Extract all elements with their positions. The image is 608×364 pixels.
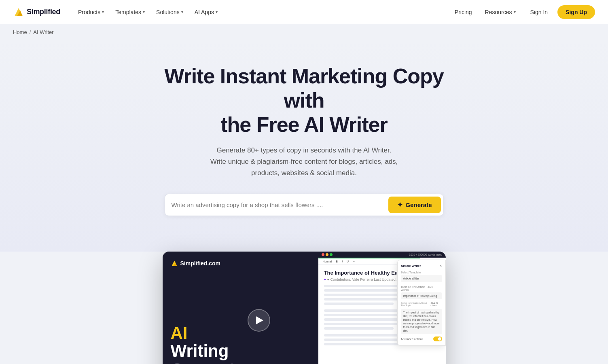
video-title-area: AI WritingGenerator <box>171 325 310 364</box>
hero-subtitle-line1: Generate 80+ types of copy in seconds wi… <box>216 146 391 154</box>
play-button[interactable] <box>248 309 270 332</box>
toolbar-close-dot <box>322 253 324 256</box>
nav-pricing-label: Pricing <box>455 9 472 15</box>
doc-line-5 <box>324 303 394 305</box>
panel-select-template-label: Select Template <box>401 271 442 274</box>
panel-topic-label: Topic Of The Article 4/20 Words <box>401 286 442 291</box>
panel-topic-input[interactable]: Importance of Healthy Eating <box>401 292 442 299</box>
doc-toolbar: 1635 / 250000 words used <box>318 252 446 258</box>
nav-templates[interactable]: Templates ▾ <box>110 6 150 19</box>
panel-title-row: Article Writer ✕ <box>401 264 442 268</box>
hero-subtitle-line3: products, websites & social media. <box>251 169 357 177</box>
nav-resources-label: Resources <box>485 9 512 15</box>
generate-icon: ✦ <box>397 201 403 209</box>
panel-info-label: Some Information About The Topic <box>401 302 431 307</box>
format-more: ··· <box>352 260 356 263</box>
simplified-logo-icon <box>13 6 24 18</box>
nav-solutions-label: Solutions <box>156 9 180 15</box>
nav-resources[interactable]: Resources ▾ <box>480 6 521 19</box>
format-normal[interactable]: Normal <box>322 260 333 263</box>
nav-products-label: Products <box>78 9 100 15</box>
products-chevron-icon: ▾ <box>102 10 104 14</box>
doc-line-10 <box>324 327 394 330</box>
hero-section: Write Instant Marketing Copy with the Fr… <box>0 40 608 252</box>
breadcrumb-current: AI Writer <box>33 29 53 35</box>
video-title-rest: WritingGenerator <box>171 342 310 364</box>
panel-template-select[interactable]: Article Writer <box>401 275 442 282</box>
ai-apps-chevron-icon: ▾ <box>216 10 218 14</box>
toolbar-minimize-dot <box>326 253 328 256</box>
templates-chevron-icon: ▾ <box>143 10 145 14</box>
panel-toggle[interactable] <box>433 336 442 341</box>
video-section: Simplified.com AI WritingGenerator <box>0 252 608 364</box>
hero-title: Write Instant Marketing Copy with the Fr… <box>142 64 466 137</box>
logo-link[interactable]: Simplified <box>13 6 60 18</box>
nav-templates-label: Templates <box>115 9 141 15</box>
generate-button[interactable]: ✦ Generate <box>388 197 441 213</box>
search-bar-wrapper: ✦ Generate <box>8 194 600 216</box>
logo-text: Simplified <box>27 8 60 16</box>
panel-topic-text: Importance of Healthy Eating <box>403 294 440 298</box>
panel-close-icon[interactable]: ✕ <box>439 264 442 268</box>
panel-advanced-label: Advanced options <box>401 338 424 341</box>
video-right: 1635 / 250000 words used Normal B I U ··… <box>318 252 446 364</box>
panel-title: Article Writer <box>401 264 421 268</box>
navbar: Simplified Products ▾ Templates ▾ Soluti… <box>0 0 608 24</box>
video-logo-icon <box>171 260 178 267</box>
panel-info-count: 29/240 chars <box>431 302 442 307</box>
format-bold[interactable]: B <box>335 260 339 263</box>
video-logo-text: Simplified.com <box>180 260 221 267</box>
panel-info-input[interactable]: The impact of having a healthy diet, the… <box>401 309 442 334</box>
nav-products[interactable]: Products ▾ <box>73 6 109 19</box>
play-triangle-icon <box>256 316 263 324</box>
search-input[interactable] <box>172 201 389 208</box>
panel-advanced-row: Advanced options <box>401 336 442 341</box>
hero-subtitle-line2: Write unique & plagiarism-free content f… <box>210 158 398 165</box>
toolbar-counter: 1635 / 250000 words used <box>409 253 443 256</box>
search-bar: ✦ Generate <box>165 194 444 216</box>
article-writer-panel: Article Writer ✕ Select Template Article… <box>397 260 446 346</box>
nav-pricing[interactable]: Pricing <box>450 6 477 19</box>
nav-solutions[interactable]: Solutions ▾ <box>151 6 188 19</box>
video-inner: Simplified.com AI WritingGenerator <box>163 252 446 364</box>
breadcrumb-home[interactable]: Home <box>13 29 27 35</box>
generate-label: Generate <box>405 201 432 208</box>
format-italic[interactable]: I <box>341 260 344 263</box>
breadcrumb-separator: / <box>30 29 31 35</box>
panel-template-value: Article Writer <box>403 277 419 280</box>
signup-button[interactable]: Sign Up <box>557 5 595 19</box>
panel-info-row: Some Information About The Topic 29/240 … <box>401 302 442 307</box>
panel-topic-count: 4/20 Words <box>401 286 433 291</box>
hero-title-line2: the Free AI Writer <box>220 113 388 136</box>
signin-link[interactable]: Sign In <box>524 6 555 19</box>
toolbar-maximize-dot <box>330 253 333 256</box>
video-logo-row: Simplified.com <box>171 260 221 267</box>
video-left: Simplified.com AI WritingGenerator <box>163 252 318 364</box>
video-title-ai: AI <box>171 325 310 342</box>
solutions-chevron-icon: ▾ <box>181 10 183 14</box>
nav-ai-apps-label: AI Apps <box>195 9 214 15</box>
nav-right: Pricing Resources ▾ Sign In Sign Up <box>450 5 595 19</box>
nav-links: Products ▾ Templates ▾ Solutions ▾ AI Ap… <box>73 6 450 19</box>
breadcrumb: Home / AI Writer <box>0 24 608 40</box>
video-container: Simplified.com AI WritingGenerator <box>163 252 446 364</box>
panel-info-text: The impact of having a healthy diet, the… <box>403 311 440 333</box>
hero-title-line1: Write Instant Marketing Copy with <box>164 64 443 112</box>
hero-subtitle: Generate 80+ types of copy in seconds wi… <box>191 145 417 179</box>
resources-chevron-icon: ▾ <box>514 10 516 14</box>
format-underline[interactable]: U <box>345 260 350 263</box>
nav-ai-apps[interactable]: AI Apps ▾ <box>190 6 222 19</box>
signin-label: Sign In <box>530 9 548 15</box>
